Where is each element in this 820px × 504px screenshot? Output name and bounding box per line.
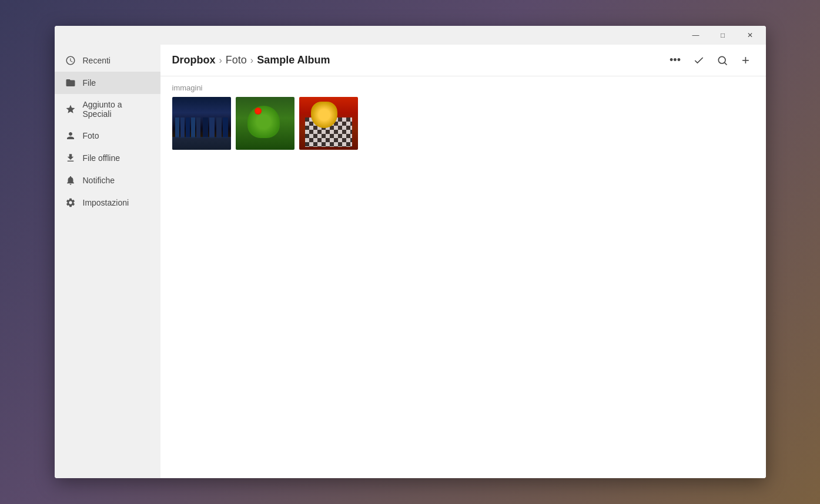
sidebar-label-foto: Foto [83,131,99,140]
minimize-button[interactable]: — [682,26,709,45]
section-label: immagini [160,76,766,97]
sidebar-item-aggiunto[interactable]: Aggiunto a Speciali [55,94,160,125]
search-button[interactable] [712,50,733,71]
sidebar-item-notifiche[interactable]: Notifiche [55,169,160,191]
more-button[interactable]: ••• [665,50,686,71]
edit-button[interactable] [688,50,709,71]
sidebar-label-aggiunto: Aggiunto a Speciali [83,100,150,119]
bell-icon [65,175,76,186]
breadcrumb: Dropbox › Foto › Sample Album [172,54,330,66]
close-button[interactable]: ✕ [737,26,764,45]
sidebar-label-recenti: Recenti [83,56,111,65]
breadcrumb-current: Sample Album [257,54,330,66]
sidebar-item-foto[interactable]: Foto [55,125,160,147]
app-body: Recenti File Aggiunto a Speciali [55,45,766,478]
sidebar-label-notifiche: Notifiche [83,176,115,185]
svg-line-1 [724,62,727,65]
sidebar: Recenti File Aggiunto a Speciali [55,45,160,478]
star-icon [65,104,76,115]
image-city [172,97,231,150]
breadcrumb-foto[interactable]: Foto [226,54,247,66]
breadcrumb-root[interactable]: Dropbox [172,54,216,66]
sidebar-label-offline: File offline [83,153,121,163]
images-grid [160,97,766,162]
header-actions: ••• + [665,50,757,71]
sidebar-label-file: File [83,78,96,88]
sidebar-item-offline[interactable]: File offline [55,147,160,169]
titlebar: — □ ✕ [55,26,766,45]
folder-icon [65,78,76,88]
thumbnail-frog[interactable] [236,97,294,150]
content-header: Dropbox › Foto › Sample Album ••• [160,45,766,76]
maximize-button[interactable]: □ [709,26,737,45]
breadcrumb-sep1: › [219,55,222,66]
gear-icon [65,197,76,208]
image-chess [299,97,358,150]
download-icon [65,153,76,163]
app-window: — □ ✕ Recenti File [55,26,766,478]
photo-icon [65,130,76,141]
thumbnail-city[interactable] [172,97,231,150]
breadcrumb-sep2: › [250,55,253,66]
sidebar-item-impostazioni[interactable]: Impostazioni [55,191,160,214]
thumbnail-chess[interactable] [299,97,358,150]
svg-point-0 [718,56,725,63]
sidebar-item-file[interactable]: File [55,72,160,94]
sidebar-item-recenti[interactable]: Recenti [55,49,160,72]
add-button[interactable]: + [735,50,757,71]
main-content: Dropbox › Foto › Sample Album ••• [160,45,766,478]
image-frog [236,97,294,150]
clock-icon [65,55,76,66]
sidebar-label-impostazioni: Impostazioni [83,198,129,207]
